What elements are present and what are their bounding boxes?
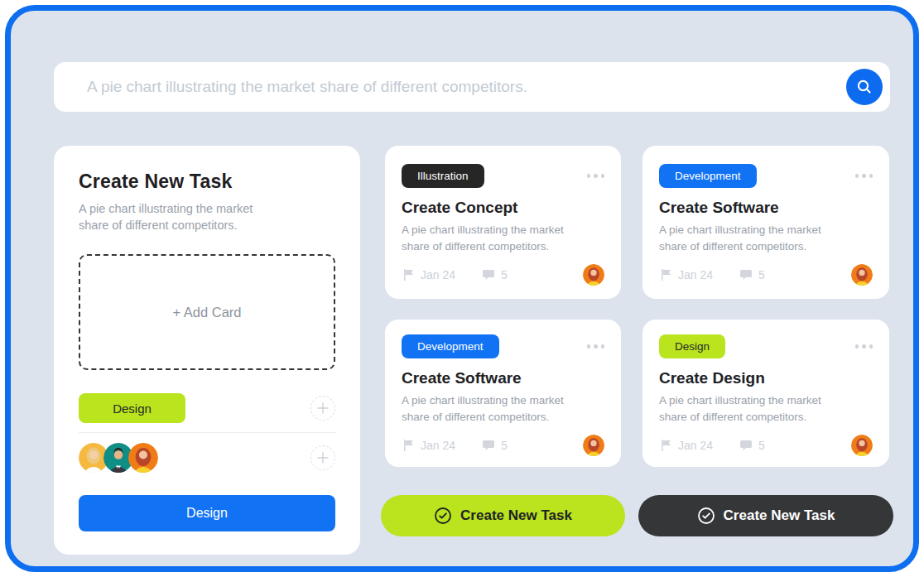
design-submit-button[interactable]: Design <box>79 495 335 531</box>
design-tag-chip[interactable]: Design <box>79 393 185 423</box>
check-circle-icon <box>434 507 452 525</box>
avatar-redhead-woman <box>128 443 158 473</box>
card-title: Create Concept <box>402 199 604 217</box>
card-comments: 5 <box>482 439 508 452</box>
card-grid: Illustration Create Concept A pie chart … <box>385 146 889 467</box>
card-title: Create Software <box>402 369 604 387</box>
card-title: Create Design <box>659 369 873 387</box>
divider <box>79 432 335 433</box>
flag-icon <box>659 439 672 452</box>
task-card[interactable]: Development Create Software A pie chart … <box>385 320 621 467</box>
search-bar <box>54 62 890 112</box>
card-date: Jan 24 <box>659 268 713 281</box>
card-tag: Illustration <box>402 164 484 188</box>
flag-icon <box>402 268 415 281</box>
card-title: Create Software <box>659 199 873 217</box>
card-tag: Development <box>402 334 499 358</box>
create-new-task-button-lime[interactable]: Create New Task <box>381 495 625 536</box>
plus-icon <box>317 402 329 414</box>
card-menu-icon[interactable] <box>587 341 605 352</box>
task-card[interactable]: Development Create Software A pie chart … <box>642 146 889 299</box>
assignee-row <box>79 443 335 473</box>
cta-row: Create New Task Create New Task <box>385 495 889 536</box>
card-assignee-avatar <box>851 264 873 286</box>
card-assignee-avatar <box>583 435 604 456</box>
card-menu-icon[interactable] <box>855 341 873 352</box>
card-comments: 5 <box>739 268 765 281</box>
card-date: Jan 24 <box>402 268 455 281</box>
panel-description: A pie chart illustrating the market shar… <box>79 200 277 233</box>
card-comments: 5 <box>482 268 508 281</box>
add-assignee-button[interactable] <box>310 445 335 470</box>
cta-label: Create New Task <box>724 507 835 524</box>
comment-icon <box>739 268 753 281</box>
task-card[interactable]: Illustration Create Concept A pie chart … <box>385 146 621 299</box>
app-frame: Create New Task A pie chart illustrating… <box>5 5 919 572</box>
task-card[interactable]: Design Create Design A pie chart illustr… <box>642 320 889 467</box>
card-comments: 5 <box>739 439 765 452</box>
search-button[interactable] <box>846 69 883 105</box>
comment-icon <box>482 439 495 452</box>
card-assignee-avatar <box>583 264 604 286</box>
card-menu-icon[interactable] <box>855 171 873 181</box>
create-new-task-button-dark[interactable]: Create New Task <box>638 495 893 536</box>
create-task-panel: Create New Task A pie chart illustrating… <box>54 146 360 555</box>
comment-icon <box>739 439 753 452</box>
card-tag: Design <box>659 334 725 358</box>
task-board: Illustration Create Concept A pie chart … <box>385 146 889 536</box>
search-icon <box>855 78 873 96</box>
card-description: A pie chart illustrating the market shar… <box>402 392 571 426</box>
panel-title: Create New Task <box>79 171 335 193</box>
add-tag-button[interactable] <box>310 396 335 421</box>
card-description: A pie chart illustrating the market shar… <box>402 222 571 255</box>
check-circle-icon <box>697 507 715 525</box>
card-tag: Development <box>659 164 757 188</box>
add-card-label: + Add Card <box>172 305 241 320</box>
card-description: A pie chart illustrating the market shar… <box>659 222 829 255</box>
card-date: Jan 24 <box>402 439 455 452</box>
card-description: A pie chart illustrating the market shar… <box>659 392 829 426</box>
avatar-stack <box>79 443 158 473</box>
plus-icon <box>317 452 329 464</box>
tag-row: Design <box>79 393 335 423</box>
card-date: Jan 24 <box>659 439 713 452</box>
cta-label: Create New Task <box>460 507 572 524</box>
search-input[interactable] <box>87 78 846 96</box>
flag-icon <box>402 439 415 452</box>
flag-icon <box>659 268 672 281</box>
add-card-dropzone[interactable]: + Add Card <box>79 254 335 370</box>
comment-icon <box>482 268 495 281</box>
card-menu-icon[interactable] <box>587 171 605 181</box>
card-assignee-avatar <box>851 435 873 456</box>
